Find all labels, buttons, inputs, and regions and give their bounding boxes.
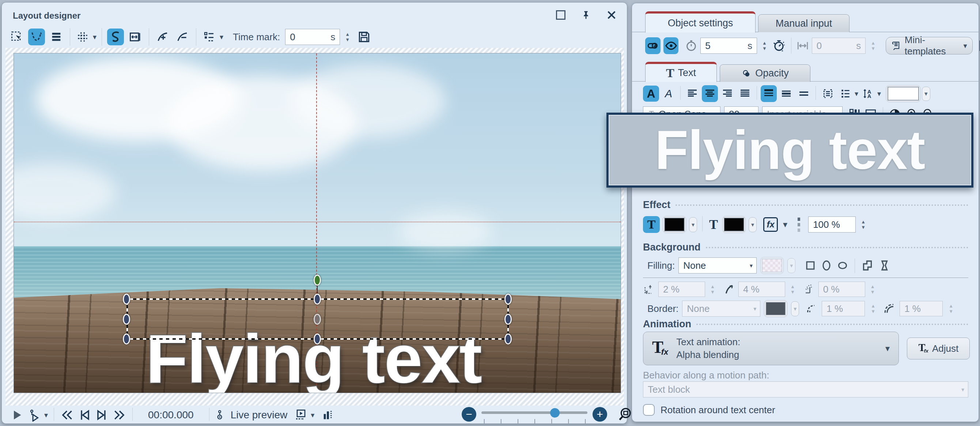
center-handle[interactable] <box>313 314 321 325</box>
preview-window-button[interactable] <box>294 408 307 421</box>
resize-handle-sw[interactable] <box>123 333 130 345</box>
curve-tool-button[interactable] <box>107 29 124 45</box>
save-layout-button[interactable] <box>357 30 371 44</box>
next-frame-button[interactable] <box>95 408 109 422</box>
motion-path-tool-button[interactable] <box>28 29 45 45</box>
forward-button[interactable] <box>113 408 126 422</box>
text-entry-value[interactable]: Flying text <box>655 118 925 182</box>
align-right-button[interactable] <box>719 85 735 102</box>
close-button[interactable] <box>606 10 617 20</box>
filling-select[interactable]: None▾ <box>678 257 757 273</box>
add-node-button[interactable] <box>154 29 171 45</box>
resize-handle-w[interactable] <box>123 314 130 325</box>
rotation-checkbox-label[interactable]: Rotation around text center <box>660 404 775 416</box>
save-template-button[interactable] <box>978 39 980 53</box>
preview-window-arrow[interactable]: ▾ <box>311 411 314 420</box>
tab-opacity[interactable]: Opacity <box>720 64 810 82</box>
objects-list-dropdown-arrow[interactable]: ▾ <box>220 32 223 41</box>
adjust-button[interactable]: Tfx Adjust <box>907 338 970 359</box>
text-fill-color-arrow[interactable]: ▾ <box>689 217 697 232</box>
text-animation-arrow[interactable]: ▾ <box>885 343 890 354</box>
effect-opacity-spinner[interactable]: ▲▼ <box>859 220 868 229</box>
text-outline-icon[interactable]: T <box>709 217 718 232</box>
italic-button[interactable]: A <box>660 86 677 102</box>
zoom-slider-thumb[interactable] <box>550 408 560 418</box>
maximize-button[interactable] <box>556 10 565 20</box>
remove-node-button[interactable] <box>174 29 191 45</box>
resize-handle-n[interactable] <box>313 294 321 305</box>
text-color-control[interactable] <box>886 85 920 102</box>
resize-handle-se[interactable] <box>504 333 512 345</box>
time-mark-input[interactable]: 0 s <box>285 29 340 45</box>
duration-input[interactable]: 5 s <box>700 38 757 54</box>
line-spacing-button[interactable]: AA <box>860 85 876 102</box>
text-color-arrow-button[interactable]: ▾ <box>922 87 930 101</box>
layers-button[interactable] <box>48 29 65 45</box>
resize-handle-nw[interactable] <box>123 294 130 305</box>
align-left-button[interactable] <box>684 85 700 102</box>
rewind-button[interactable] <box>60 408 74 422</box>
line-spacing-arrow[interactable]: ▾ <box>877 89 881 98</box>
tab-text[interactable]: T Text <box>645 62 717 82</box>
bold-button[interactable]: A <box>643 86 659 102</box>
align-center-button[interactable] <box>702 85 718 102</box>
text-fill-color-control[interactable] <box>663 216 686 233</box>
select-tool-button[interactable] <box>8 29 25 45</box>
bg-shape-square-button[interactable] <box>804 259 817 272</box>
effect-opacity-input[interactable]: 100 % <box>808 217 856 233</box>
bg-shape-polygon2-button[interactable] <box>878 259 891 272</box>
zoom-slider[interactable]: ||||||| <box>481 407 587 421</box>
fit-zoom-button[interactable] <box>617 407 633 422</box>
text-entry-overlay[interactable]: Flying text <box>606 113 974 188</box>
align-justify-button[interactable] <box>737 85 753 102</box>
text-fill-toggle-button[interactable]: T <box>643 216 660 233</box>
tab-object-settings[interactable]: Object settings <box>645 11 756 32</box>
rotation-handle[interactable] <box>313 274 321 286</box>
text-effect-fx-button[interactable]: fx <box>763 217 778 232</box>
list-style-arrow[interactable]: ▾ <box>854 89 858 98</box>
text-outline-color-control[interactable] <box>722 216 746 233</box>
valign-top-button[interactable] <box>760 85 777 102</box>
play-from-marker-button[interactable] <box>27 408 41 421</box>
bg-shape-circle-button[interactable] <box>836 259 849 272</box>
bg-shape-polygon1-button[interactable] <box>861 259 874 272</box>
list-style-button[interactable] <box>838 85 853 102</box>
text-fill-color-swatch[interactable] <box>664 218 685 231</box>
tab-manual-input[interactable]: Manual input <box>758 14 850 32</box>
grid-dropdown-arrow[interactable]: ▾ <box>93 32 97 41</box>
valign-middle-button[interactable] <box>778 85 794 102</box>
autofit-text-button[interactable] <box>819 85 836 102</box>
stats-button[interactable] <box>322 409 334 421</box>
pin-button[interactable] <box>581 10 591 20</box>
mini-templates-button[interactable]: Mini-templates ▾ <box>886 37 973 54</box>
visibility-button[interactable] <box>663 37 679 54</box>
canvas-text[interactable]: Flying text <box>146 319 481 393</box>
grid-button[interactable] <box>75 29 90 45</box>
duration-spinner[interactable]: ▲▼ <box>760 41 769 51</box>
resize-handle-s[interactable] <box>313 333 321 345</box>
previous-frame-button[interactable] <box>78 408 91 422</box>
animation-duration-button[interactable] <box>772 39 786 53</box>
zoom-in-canvas-button[interactable]: + <box>593 407 607 421</box>
text-color-swatch[interactable] <box>888 87 919 101</box>
rotation-checkbox[interactable] <box>643 404 655 416</box>
valign-bottom-button[interactable] <box>796 85 812 102</box>
resize-handle-e[interactable] <box>504 314 512 325</box>
preview-canvas[interactable]: Flying text <box>14 53 621 393</box>
border-width2-input: 1 % <box>900 301 943 316</box>
width-icon <box>797 40 809 52</box>
text-outline-color-arrow[interactable]: ▾ <box>749 217 757 232</box>
transform-frame-button[interactable] <box>127 29 144 45</box>
text-outline-color-swatch[interactable] <box>724 218 744 231</box>
zoom-out-canvas-button[interactable]: − <box>462 407 476 421</box>
enable-object-button[interactable] <box>645 37 660 54</box>
play-button[interactable] <box>11 408 24 421</box>
text-effect-fx-arrow[interactable]: ▾ <box>783 219 788 230</box>
objects-list-button[interactable] <box>201 29 217 45</box>
play-options-arrow[interactable]: ▾ <box>44 411 48 420</box>
time-mark-spinner[interactable]: ▲▼ <box>343 32 352 41</box>
resize-handle-ne[interactable] <box>504 294 512 305</box>
text-animation-select[interactable]: Tfx Text animation: Alpha blending ▾ <box>643 332 899 365</box>
live-preview-label[interactable]: Live preview <box>231 409 288 421</box>
bg-shape-ellipse-button[interactable] <box>820 259 833 272</box>
